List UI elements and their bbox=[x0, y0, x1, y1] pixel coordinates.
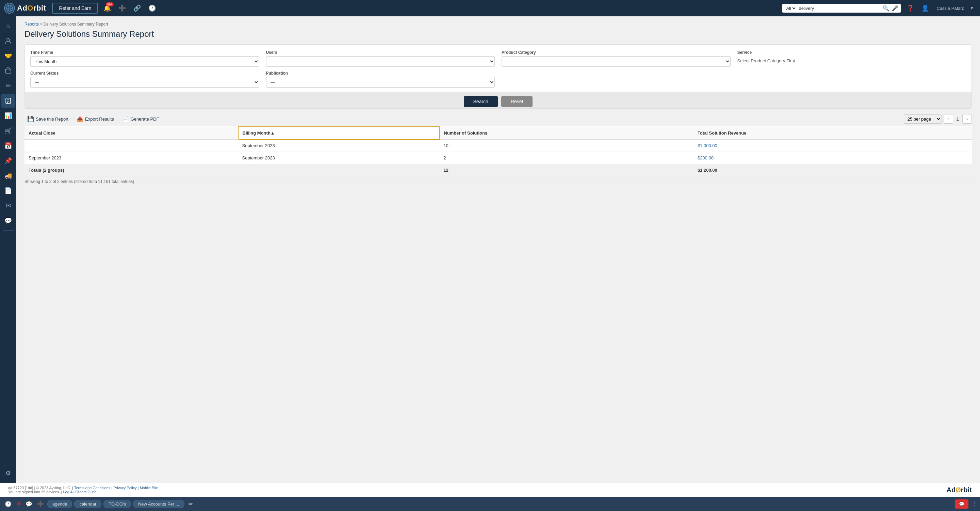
taskbar-pill-agenda[interactable]: agenda bbox=[47, 500, 72, 508]
users-select[interactable]: — bbox=[266, 56, 495, 67]
filter-actions: Search Reset bbox=[25, 92, 972, 109]
sidebar-item-documents[interactable]: 📄 bbox=[2, 184, 15, 198]
col-actual-close[interactable]: Actual Close bbox=[24, 127, 238, 139]
cell-actual-close: September 2023 bbox=[24, 152, 238, 164]
sidebar-item-campaigns[interactable]: ✏ bbox=[2, 79, 15, 93]
cell-total-revenue: $200.00 bbox=[694, 152, 972, 164]
sidebar-item-home[interactable]: ⌂ bbox=[2, 19, 15, 33]
col-total-revenue[interactable]: Total Solution Revenue bbox=[694, 127, 972, 139]
top-navigation: AdOrbit Refer and Earn 🔔 99+ ➕ 🔗 🕐 All 🔍… bbox=[0, 0, 980, 16]
taskbar-pill-todo[interactable]: TO-DO's bbox=[103, 500, 131, 508]
breadcrumb-reports-link[interactable]: Reports bbox=[24, 22, 39, 27]
user-avatar-btn[interactable]: 👤 bbox=[920, 3, 931, 13]
pdf-icon: 📄 bbox=[122, 116, 129, 122]
col-billing-month[interactable]: Billing Month▲ bbox=[238, 127, 440, 139]
revenue-link-2[interactable]: $200.00 bbox=[698, 155, 714, 160]
sidebar-item-calendar[interactable]: 📅 bbox=[2, 139, 15, 153]
sidebar-item-handshake[interactable]: 🤝 bbox=[2, 49, 15, 63]
showing-info: Showing 1 to 2 of 2 entries (filtered fr… bbox=[24, 179, 972, 184]
sidebar-item-accounts[interactable] bbox=[2, 64, 15, 78]
reset-button[interactable]: Reset bbox=[501, 96, 533, 107]
next-page-button[interactable]: › bbox=[962, 114, 972, 124]
export-results-label: Export Results bbox=[85, 117, 114, 121]
sidebar-item-orders[interactable]: 🛒 bbox=[2, 124, 15, 137]
sidebar-item-delivery[interactable]: 🚚 bbox=[2, 169, 15, 183]
sidebar-bottom: ⚙ bbox=[2, 466, 15, 480]
save-report-button[interactable]: 💾 Save this Report bbox=[24, 115, 71, 124]
app-logo[interactable]: AdOrbit bbox=[4, 3, 46, 14]
export-icon: 📤 bbox=[76, 116, 83, 122]
totals-label: Totals (2 groups) bbox=[24, 164, 238, 176]
product-category-label: Product Category bbox=[501, 50, 730, 55]
search-button[interactable]: Search bbox=[464, 96, 498, 107]
sidebar-item-contacts[interactable] bbox=[2, 34, 15, 48]
current-status-select[interactable]: — bbox=[30, 77, 259, 88]
footer-left: qa 67720 [1dd] | © 2023 Aysling, LLC. | … bbox=[8, 486, 158, 494]
voice-search-icon[interactable]: 🎤 bbox=[891, 5, 898, 11]
breadcrumb-current: Delivery Solutions Summary Report bbox=[43, 22, 108, 27]
table-row: September 2023 September 2023 2 $200.00 bbox=[24, 152, 972, 164]
footer-mobile-link[interactable]: Mobile Site bbox=[140, 486, 158, 490]
sidebar-item-chat[interactable]: 💬 bbox=[2, 214, 15, 228]
filter-card: Time Frame This Month Last Month This Qu… bbox=[24, 44, 972, 109]
user-dropdown-btn[interactable]: ▼ bbox=[968, 5, 976, 12]
history-icon-btn[interactable]: 🕐 bbox=[146, 3, 158, 13]
revenue-link[interactable]: $1,000.00 bbox=[698, 143, 717, 148]
export-results-button[interactable]: 📤 Export Results bbox=[74, 115, 117, 124]
search-submit-icon[interactable]: 🔍 bbox=[883, 5, 889, 11]
taskbar-mail-icon[interactable]: ✉ bbox=[15, 500, 22, 509]
pagination-right: 25 per page 10 per page 50 per page 100 … bbox=[904, 114, 972, 124]
sidebar-item-tasks[interactable]: 📌 bbox=[2, 154, 15, 168]
cell-actual-close: — bbox=[24, 139, 238, 152]
footer-logo-o: Ø bbox=[956, 486, 961, 493]
user-name: Cassie Pataro bbox=[937, 6, 964, 11]
col-num-solutions[interactable]: Number of Solutions bbox=[439, 127, 694, 139]
footer-privacy-link[interactable]: Privacy Policy bbox=[113, 486, 137, 490]
add-icon-btn[interactable]: ➕ bbox=[116, 3, 128, 13]
taskbar-collapse-btn[interactable]: ⋮ bbox=[972, 501, 977, 506]
current-status-filter: Current Status — bbox=[30, 71, 259, 88]
taskbar-clock-icon[interactable]: 🕐 bbox=[3, 500, 13, 509]
page-number: 1 bbox=[955, 117, 960, 121]
publication-select[interactable]: — bbox=[266, 77, 495, 88]
taskbar: 🕐 ✉ 💬 ➕ agenda calendar TO-DO's New Acco… bbox=[0, 497, 980, 511]
notifications-icon-btn[interactable]: 🔔 99+ bbox=[102, 3, 113, 13]
sidebar-item-analytics[interactable]: 📊 bbox=[2, 109, 15, 123]
footer-logo: AdØrbit bbox=[947, 486, 972, 494]
sidebar-item-reports[interactable] bbox=[2, 94, 15, 108]
timeframe-select[interactable]: This Month Last Month This Quarter This … bbox=[30, 56, 259, 67]
prev-page-button[interactable]: ‹ bbox=[943, 114, 953, 124]
footer-terms-link[interactable]: Terms and Conditions bbox=[74, 486, 110, 490]
taskbar-pill-calendar[interactable]: calendar bbox=[74, 500, 102, 508]
taskbar-chat-button[interactable]: 💬 bbox=[955, 500, 969, 509]
table-header-row: Actual Close Billing Month▲ Number of So… bbox=[24, 127, 972, 139]
cell-billing-month: September 2023 bbox=[238, 152, 440, 164]
footer-signin-line: You are signed into 25 devices. | Log Al… bbox=[8, 490, 158, 494]
taskbar-right: 💬 bbox=[955, 500, 969, 509]
sidebar-item-mail[interactable]: ✉ bbox=[2, 199, 15, 212]
save-report-label: Save this Report bbox=[36, 117, 68, 121]
sidebar-item-settings[interactable]: ⚙ bbox=[2, 466, 15, 480]
timeframe-filter: Time Frame This Month Last Month This Qu… bbox=[30, 50, 259, 67]
search-scope-select[interactable]: All bbox=[785, 5, 797, 11]
link-icon-btn[interactable]: 🔗 bbox=[131, 3, 143, 13]
taskbar-add-icon[interactable]: ➕ bbox=[36, 500, 45, 509]
logo-text: AdOrbit bbox=[17, 4, 46, 13]
help-icon-btn[interactable]: ❓ bbox=[904, 3, 916, 13]
sidebar-divider bbox=[3, 230, 14, 231]
notification-badge: 99+ bbox=[106, 2, 114, 6]
taskbar-pill-new-accounts[interactable]: New Accounts Per ... bbox=[133, 500, 185, 508]
search-input[interactable] bbox=[799, 6, 881, 11]
app-body: ⌂ 🤝 ✏ 📊 🛒 📅 📌 🚚 📄 ✉ 💬 ⚙ Reports » Deliv bbox=[0, 16, 980, 483]
product-category-select[interactable]: — bbox=[501, 56, 730, 67]
taskbar-edit-icon[interactable]: ✏ bbox=[187, 500, 194, 509]
per-page-select[interactable]: 25 per page 10 per page 50 per page 100 … bbox=[904, 115, 942, 124]
generate-pdf-button[interactable]: 📄 Generate PDF bbox=[119, 115, 162, 124]
footer-logout-link[interactable]: Log All Others Out? bbox=[63, 490, 95, 494]
totals-revenue: $1,200.00 bbox=[694, 164, 972, 176]
current-status-label: Current Status bbox=[30, 71, 259, 76]
refer-earn-button[interactable]: Refer and Earn bbox=[52, 3, 98, 14]
table-row: — September 2023 10 $1,000.00 bbox=[24, 139, 972, 152]
service-label: Service bbox=[737, 50, 966, 55]
taskbar-chat-icon[interactable]: 💬 bbox=[24, 500, 34, 509]
